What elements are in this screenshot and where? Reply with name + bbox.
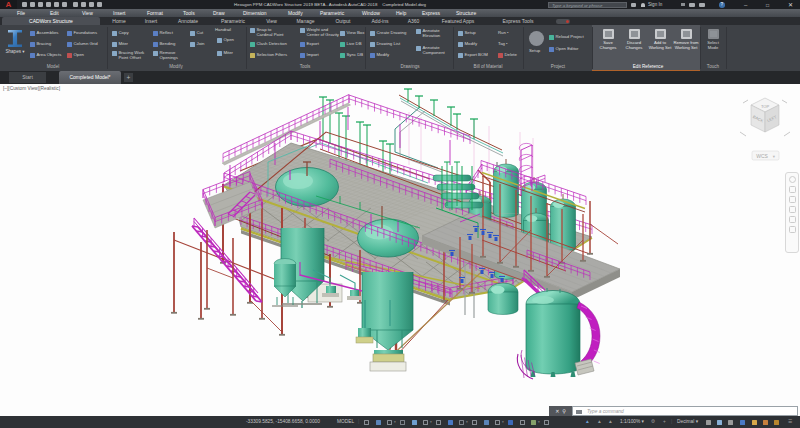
svg-text:TOP: TOP [761, 104, 769, 109]
svg-text:WCS: WCS [756, 153, 768, 159]
